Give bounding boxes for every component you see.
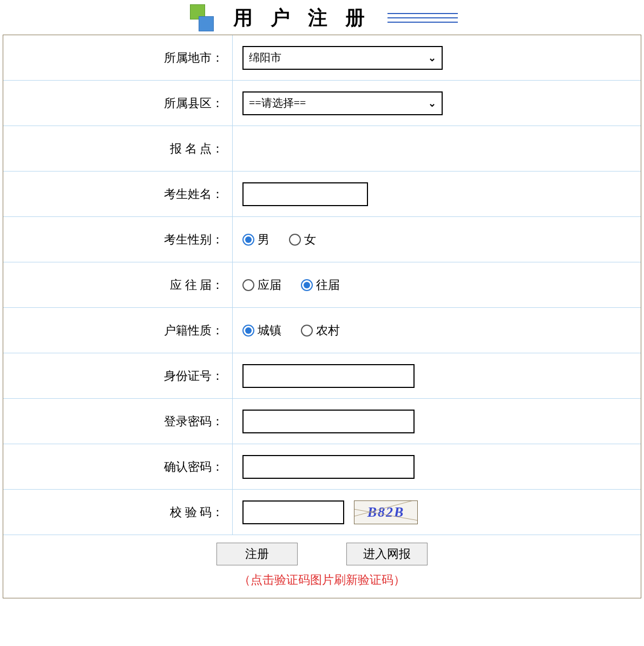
gender-male-label: 男 [258, 232, 270, 248]
password-label: 登录密码： [3, 399, 233, 444]
enter-button[interactable]: 进入网报 [346, 543, 428, 565]
city-select[interactable]: 绵阳市 ⌄ [242, 46, 443, 70]
gradtype-current-radio[interactable] [242, 279, 254, 291]
page-header: 用 户 注 册 [0, 0, 644, 35]
captcha-hint: （点击验证码图片刷新验证码） [239, 572, 405, 588]
district-select-value: ==请选择== [249, 96, 306, 110]
confirm-password-input[interactable] [242, 455, 415, 479]
logo-icon [187, 4, 217, 31]
residence-urban-radio[interactable] [242, 325, 254, 337]
gradtype-current-label: 应届 [258, 277, 281, 293]
chevron-down-icon: ⌄ [428, 97, 436, 109]
name-label: 考生姓名： [3, 172, 233, 216]
name-input[interactable] [242, 182, 368, 206]
idnumber-label: 身份证号： [3, 353, 233, 398]
residence-rural-radio[interactable] [301, 325, 313, 337]
confirm-password-label: 确认密码： [3, 444, 233, 489]
captcha-input[interactable] [242, 500, 344, 524]
residence-urban-label: 城镇 [258, 322, 281, 339]
site-value [233, 126, 641, 171]
residence-rural-label: 农村 [316, 322, 340, 339]
idnumber-input[interactable] [242, 364, 415, 388]
district-label: 所属县区： [3, 81, 233, 126]
gender-male-radio[interactable] [242, 234, 254, 246]
captcha-label: 校 验 码： [3, 490, 233, 535]
decorative-lines [387, 13, 458, 23]
gradtype-past-label: 往届 [316, 277, 340, 293]
chevron-down-icon: ⌄ [428, 52, 436, 64]
password-input[interactable] [242, 410, 415, 433]
page-title: 用 户 注 册 [233, 5, 371, 31]
gender-female-radio[interactable] [289, 234, 301, 246]
residence-label: 户籍性质： [3, 308, 233, 353]
gender-female-label: 女 [304, 232, 316, 248]
register-button[interactable]: 注册 [216, 543, 298, 565]
district-select[interactable]: ==请选择== ⌄ [242, 91, 443, 115]
site-label: 报 名 点： [3, 126, 233, 171]
registration-form: 所属地市： 绵阳市 ⌄ 所属县区： ==请选择== ⌄ 报 名 点： 考生姓名：… [3, 35, 641, 598]
gradtype-label: 应 往 届： [3, 262, 233, 307]
city-select-value: 绵阳市 [249, 50, 281, 65]
city-label: 所属地市： [3, 35, 233, 80]
captcha-image[interactable]: B82B [354, 500, 418, 524]
gender-label: 考生性别： [3, 217, 233, 262]
gradtype-past-radio[interactable] [301, 279, 313, 291]
